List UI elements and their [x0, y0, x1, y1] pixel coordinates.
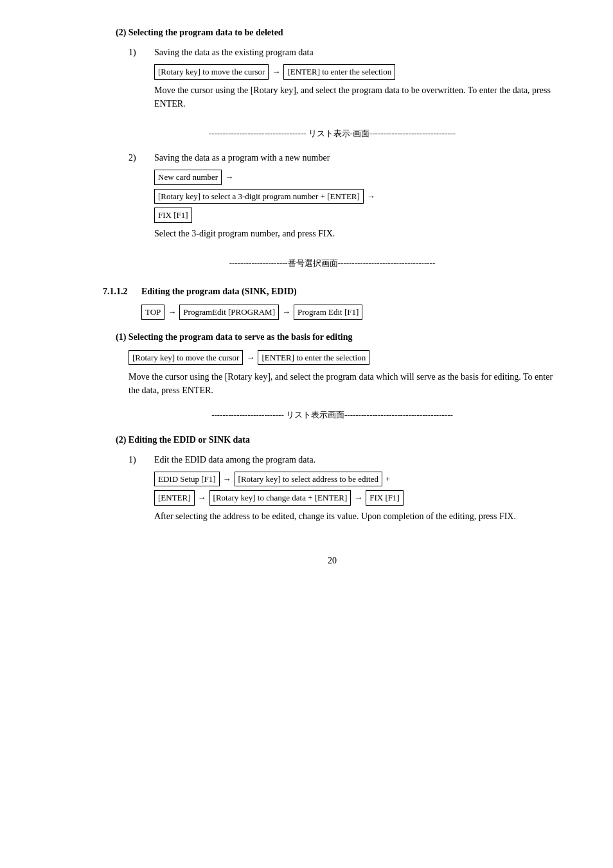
select-delete-section: (2) Selecting the program data to be del… — [103, 26, 562, 269]
item-2-num: 2) — [129, 151, 154, 245]
edid-box1: EDID Setup [F1] — [154, 472, 220, 487]
edit-edid-item1-para: After selecting the address to be edited… — [154, 509, 562, 523]
edit-edid-heading: (2) Editing the EDID or SINK data — [116, 433, 562, 447]
select-basis-box2: [ENTER] to enter the selection — [258, 350, 369, 366]
item-1-arrow1: → — [272, 66, 280, 78]
select-delete-heading: (2) Selecting the program data to be del… — [116, 26, 562, 39]
item-2-para: Select the 3-digit program number, and p… — [154, 227, 562, 240]
section-711-title: Editing the program data (SINK, EDID) — [141, 285, 297, 298]
edid-arrow1: → — [223, 473, 231, 486]
item-1-content: Saving the data as the existing program … — [154, 46, 562, 116]
item-2-content: Saving the data as a program with a new … — [154, 151, 562, 245]
page-number: 20 — [103, 554, 562, 567]
edit-edid-seq1: EDID Setup [F1] → [Rotary key] to select… — [154, 472, 562, 487]
section-711-num: 7.1.1.2 — [103, 285, 141, 298]
edid-arrow2: → — [198, 492, 206, 504]
divider-1: ----------------------------------- リスト表… — [103, 127, 562, 140]
item-2-seq3: FIX [F1] — [154, 208, 562, 223]
item-2-seq2: [Rotary key] to select a 3-digit program… — [154, 189, 562, 204]
item-1-para: Move the cursor using the [Rotary key], … — [154, 84, 562, 111]
select-basis-arrow: → — [246, 351, 254, 364]
edid-arrow3: → — [354, 492, 362, 504]
edit-edid-seq2: [ENTER] → [Rotary key] to change data + … — [154, 490, 562, 506]
divider-2: ---------------------番号選択画面-------------… — [103, 257, 562, 270]
editing-path: TOP → ProgramEdit [PROGRAM] → Program Ed… — [141, 305, 562, 320]
item-2-box3: FIX [F1] — [154, 208, 192, 223]
item-1-label: Saving the data as the existing program … — [154, 46, 562, 59]
path-box3: Program Edit [F1] — [294, 305, 362, 320]
edid-box5: FIX [F1] — [366, 490, 404, 506]
divider-3: -------------------------- リスト表示画面------… — [103, 409, 562, 421]
select-basis-box1: [Rotary key] to move the cursor — [129, 350, 243, 366]
item-2-arrow2: → — [367, 190, 375, 203]
path-box2: ProgramEdit [PROGRAM] — [179, 305, 279, 320]
edit-edid-item1-content: Edit the EDID data among the program dat… — [154, 453, 562, 528]
path-arrow2: → — [282, 306, 290, 319]
select-basis-section: (1) Selecting the program data to serve … — [103, 330, 562, 398]
select-basis-seq: [Rotary key] to move the cursor → [ENTER… — [129, 350, 562, 366]
edid-box4: [Rotary key] to change data + [ENTER] — [209, 490, 351, 506]
edit-edid-item1-label: Edit the EDID data among the program dat… — [154, 453, 562, 466]
section-711-header: 7.1.1.2 Editing the program data (SINK, … — [103, 285, 562, 298]
edid-box2: [Rotary key] to select address to be edi… — [235, 472, 382, 487]
item-1-box1: [Rotary key] to move the cursor — [154, 64, 269, 80]
item-2-box2: [Rotary key] to select a 3-digit program… — [154, 189, 364, 204]
item-2-seq1: New card number → — [154, 170, 562, 185]
edit-edid-section: (2) Editing the EDID or SINK data 1) Edi… — [103, 433, 562, 528]
item-1-num: 1) — [129, 46, 154, 116]
item-1-container: 1) Saving the data as the existing progr… — [129, 46, 562, 116]
select-basis-heading: (1) Selecting the program data to serve … — [116, 330, 562, 344]
item-1-seq: [Rotary key] to move the cursor → [ENTER… — [154, 64, 562, 80]
path-arrow1: → — [168, 306, 176, 319]
edit-edid-item1-num: 1) — [129, 453, 154, 528]
item-1-box2: [ENTER] to enter the selection — [283, 64, 395, 80]
edit-edid-item1: 1) Edit the EDID data among the program … — [129, 453, 562, 528]
select-basis-para: Move the cursor using the [Rotary key], … — [129, 370, 562, 397]
edid-box3: [ENTER] — [154, 490, 195, 506]
item-2-container: 2) Saving the data as a program with a n… — [129, 151, 562, 245]
path-box1: TOP — [141, 305, 164, 320]
item-2-label: Saving the data as a program with a new … — [154, 151, 562, 164]
item-2-box1: New card number — [154, 170, 222, 185]
editing-section: 7.1.1.2 Editing the program data (SINK, … — [103, 285, 562, 528]
item-2-arrow1: → — [225, 171, 233, 184]
edid-plus1: + — [386, 473, 390, 486]
